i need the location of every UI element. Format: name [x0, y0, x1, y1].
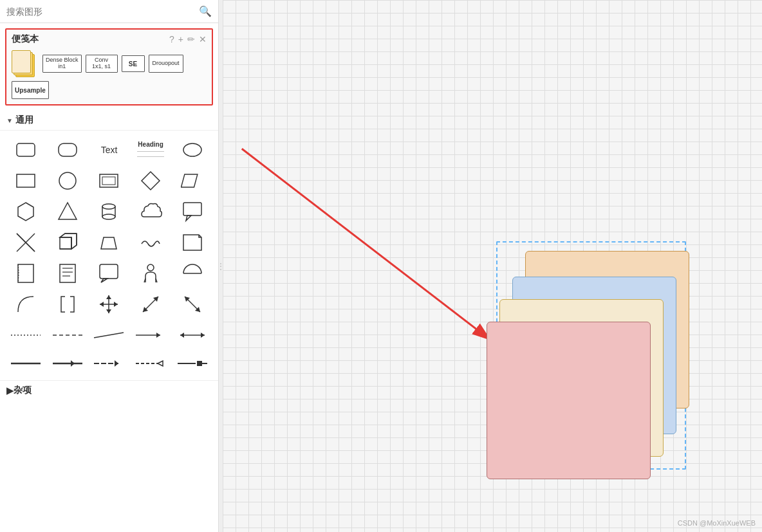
se-label: SE: [122, 55, 145, 72]
line-arrow-double[interactable]: [172, 324, 212, 347]
line-arrow-solid[interactable]: [48, 352, 88, 375]
svg-line-22: [60, 234, 65, 237]
shape-arrow-diagonal-2[interactable]: [172, 290, 212, 318]
search-input[interactable]: [6, 6, 199, 17]
svg-marker-10: [59, 203, 77, 219]
svg-marker-9: [18, 203, 33, 221]
scratchpad-shape-conv[interactable]: Conv 1x1, s1: [86, 55, 118, 73]
search-bar: 🔍: [0, 0, 218, 23]
svg-marker-61: [71, 360, 75, 367]
shape-doc-fold[interactable]: [6, 259, 46, 288]
scratchpad-title: 便笺本: [12, 33, 39, 45]
notes-group: [493, 251, 692, 476]
shape-half-circle[interactable]: [172, 259, 212, 288]
line-shapes-grid: [0, 324, 218, 352]
shape-triangle[interactable]: [48, 197, 88, 226]
general-title: 通用: [15, 115, 33, 126]
shape-trapezoid[interactable]: [89, 228, 129, 257]
shape-heading[interactable]: Heading —————— ——————: [131, 136, 171, 164]
shape-person[interactable]: [131, 259, 171, 288]
svg-rect-20: [60, 237, 71, 249]
dropout-label: Drouopout: [149, 55, 183, 73]
shape-circle[interactable]: [48, 167, 88, 195]
shape-document[interactable]: [172, 228, 212, 257]
text-label: Text: [101, 145, 118, 155]
svg-marker-58: [201, 333, 205, 338]
misc-section-header[interactable]: ▶ 杂项: [0, 380, 218, 400]
svg-marker-40: [100, 302, 104, 307]
scratchpad-edit-button[interactable]: ✏: [187, 34, 195, 44]
shape-arc[interactable]: [6, 290, 46, 318]
shape-note[interactable]: [48, 259, 88, 288]
scratchpad-add-button[interactable]: +: [178, 34, 183, 44]
shape-callout[interactable]: [172, 197, 212, 226]
dense-block-label: Dense Block in1: [42, 55, 82, 73]
shape-cube[interactable]: [48, 228, 88, 257]
scratchpad-help-button[interactable]: ?: [169, 34, 174, 44]
line-block-arrow[interactable]: [172, 352, 212, 375]
shape-rectangle-rounded[interactable]: [6, 136, 46, 164]
shape-speech-bubble[interactable]: [89, 259, 129, 288]
shape-parallelogram[interactable]: [172, 167, 212, 195]
line-arrow-right[interactable]: [131, 324, 171, 347]
shape-cross[interactable]: [6, 228, 46, 257]
shape-wave[interactable]: [131, 228, 171, 257]
svg-line-53: [94, 333, 124, 338]
svg-rect-29: [60, 264, 75, 282]
scratchpad-shape-se[interactable]: SE: [122, 55, 145, 72]
shape-cylinder[interactable]: [89, 197, 129, 226]
shape-cloud[interactable]: [131, 197, 171, 226]
stack-page-1: [12, 50, 31, 73]
shape-rectangle-rounded-2[interactable]: [48, 136, 88, 164]
shape-arrows-lr[interactable]: [89, 290, 129, 318]
line-angled[interactable]: [89, 324, 129, 347]
shape-hexagon[interactable]: [6, 197, 46, 226]
svg-marker-8: [181, 174, 197, 187]
note-pink[interactable]: [487, 322, 651, 479]
scratchpad-shapes-container: Dense Block in1 Conv 1x1, s1 SE Drouopou…: [12, 50, 207, 99]
scratchpad-header: 便笺本 ? + ✏ ✕: [12, 33, 207, 45]
scratchpad-shape-stack[interactable]: [12, 50, 39, 77]
sidebar: 🔍 便笺本 ? + ✏ ✕ Den: [0, 0, 219, 532]
line-solid[interactable]: [6, 352, 46, 375]
svg-point-4: [59, 172, 76, 189]
svg-rect-1: [59, 143, 77, 156]
svg-point-2: [183, 143, 201, 156]
line-dashed[interactable]: [48, 324, 88, 347]
svg-marker-43: [106, 295, 111, 299]
shape-diamond[interactable]: [131, 167, 171, 195]
svg-rect-68: [197, 361, 202, 366]
shape-ellipse[interactable]: [172, 136, 212, 164]
shape-arrow-diagonal-1[interactable]: [131, 290, 171, 318]
svg-rect-6: [102, 177, 115, 185]
general-section-header[interactable]: ▼ 通用: [0, 111, 218, 131]
svg-marker-16: [186, 216, 191, 221]
heading-label: Heading —————— ——————: [137, 141, 164, 160]
line-dash-arrow-2[interactable]: [131, 352, 171, 375]
misc-title: 杂项: [14, 385, 32, 396]
svg-marker-41: [114, 302, 118, 307]
scratchpad-section: 便笺本 ? + ✏ ✕ Dense Block in1: [5, 28, 213, 105]
shape-rectangle[interactable]: [6, 167, 46, 195]
scratchpad-close-button[interactable]: ✕: [199, 34, 207, 44]
canvas: CSDN @MoXinXueWEB: [223, 0, 762, 532]
svg-point-14: [102, 214, 115, 219]
shape-text[interactable]: Text: [89, 136, 129, 164]
scratchpad-shape-dense-block[interactable]: Dense Block in1: [42, 55, 82, 73]
upsample-label: Upsample: [12, 81, 49, 99]
line-dotted[interactable]: [6, 324, 46, 347]
line-dash-arrow[interactable]: [89, 352, 129, 375]
svg-line-25: [71, 245, 77, 249]
svg-marker-34: [101, 279, 107, 282]
conv-label: Conv 1x1, s1: [86, 55, 118, 73]
svg-point-35: [147, 264, 154, 271]
search-icon[interactable]: 🔍: [199, 5, 212, 17]
shapes-grid: Text Heading —————— ——————: [0, 131, 218, 324]
shape-bracket[interactable]: [48, 290, 88, 318]
scratchpad-shape-dropout[interactable]: Drouopout: [149, 55, 183, 73]
svg-marker-55: [156, 333, 160, 338]
svg-marker-64: [115, 360, 118, 367]
shape-rectangle-inner[interactable]: [89, 167, 129, 195]
scratchpad-shape-upsample[interactable]: Upsample: [12, 81, 49, 99]
svg-rect-0: [17, 143, 35, 156]
